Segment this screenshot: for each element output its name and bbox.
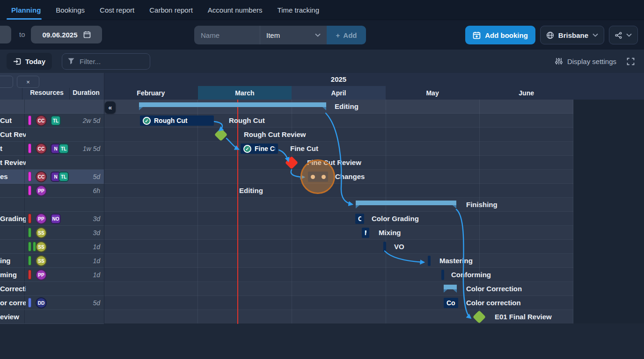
task-bar-rough-cut[interactable]: ✓Rough Cut [140, 115, 214, 126]
gantt-row-9 [104, 226, 573, 240]
avatar-ss[interactable]: SS [36, 255, 47, 266]
resource-avatars: SS [36, 241, 47, 252]
tab-account-numbers[interactable]: Account numbers [200, 0, 270, 20]
row-name: t Review [0, 156, 26, 170]
gantt-row-11 [104, 254, 573, 268]
add-button[interactable]: + Add [327, 26, 366, 44]
start-date-field[interactable] [0, 26, 11, 43]
task-bar-mixing[interactable]: Mixing [362, 228, 369, 238]
item-select[interactable]: Item [260, 26, 327, 44]
summary-bar-finishing[interactable] [356, 201, 456, 208]
resource-color-bars [28, 298, 31, 308]
share-menu-button[interactable] [609, 26, 638, 44]
resource-color-bars [28, 144, 31, 153]
today-calendar-icon [13, 57, 21, 65]
avatar-tl[interactable]: TL [51, 115, 61, 126]
left-row-13[interactable]: Correctio [0, 282, 104, 296]
tab-carbon-report[interactable]: Carbon report [142, 0, 200, 20]
add-booking-button[interactable]: Add booking [465, 26, 535, 44]
month-june[interactable]: June [479, 86, 573, 100]
duration-value: 5d [93, 170, 100, 184]
left-row-8[interactable]: GradingPPNO3d [0, 212, 104, 226]
month-march[interactable]: March [198, 86, 292, 100]
fullscreen-icon[interactable] [627, 57, 635, 65]
left-row-7[interactable] [0, 198, 104, 212]
left-row-0[interactable] [0, 100, 104, 114]
left-row-15[interactable]: eview [0, 310, 104, 324]
left-row-9[interactable]: SS3d [0, 226, 104, 240]
avatar-pp[interactable]: PP [36, 213, 47, 224]
left-row-12[interactable]: mingPP1d [0, 268, 104, 282]
task-bar-mastering[interactable] [428, 256, 431, 266]
column-divider [24, 156, 25, 169]
filter-input[interactable] [79, 57, 132, 66]
filter-input-box[interactable] [62, 53, 150, 70]
avatar-dd[interactable]: DD [36, 297, 47, 309]
left-row-4[interactable]: t Review [0, 156, 104, 170]
name-input[interactable] [194, 26, 260, 44]
resource-color-bar-magenta [28, 144, 31, 153]
gantt-label-editing: Editing [335, 100, 359, 114]
duration-value: 1d [93, 254, 100, 268]
avatar-ss[interactable]: SS [36, 241, 47, 252]
column-divider [24, 198, 25, 211]
duration-value: 1d [93, 240, 100, 254]
month-april[interactable]: April [292, 86, 386, 100]
left-row-6[interactable]: PP6h [0, 184, 104, 198]
month-february[interactable]: February [104, 86, 198, 100]
avatar-tl[interactable]: TL [59, 144, 69, 154]
tab-cost-report[interactable]: Cost report [92, 0, 142, 20]
task-bar-text: Rough Cut [154, 117, 211, 124]
calendar-plus-icon [473, 31, 481, 39]
end-date-value: 09.06.2025 [42, 31, 77, 39]
summary-bar-editing[interactable] [139, 102, 326, 110]
column-divider [22, 88, 22, 100]
gantt-label-rough-cut-review: Rough Cut Review [244, 128, 306, 142]
timeline-year: 2025 [104, 75, 573, 83]
summary-bar-color-correction[interactable] [444, 285, 457, 293]
left-row-1[interactable]: CutCCTL2w 5d [0, 114, 104, 128]
resource-avatars: CCNTL [36, 143, 69, 154]
resource-color-bar-magenta [28, 115, 31, 125]
collapse-panel-button[interactable]: « [105, 101, 116, 114]
tab-bookings[interactable]: Bookings [48, 0, 92, 20]
avatar-ss[interactable]: SS [36, 227, 47, 238]
location-selector[interactable]: Brisbane [540, 26, 604, 44]
avatar-no[interactable]: NO [51, 214, 61, 224]
resource-color-bar-green [28, 228, 31, 237]
end-date-field[interactable]: 09.06.2025 [31, 26, 102, 43]
row-name [0, 198, 26, 212]
avatar-cc[interactable]: CC [36, 171, 47, 182]
today-button[interactable]: Today [7, 53, 52, 70]
check-circle-icon: ✓ [143, 117, 151, 125]
tab-time-tracking[interactable]: Time tracking [270, 0, 327, 20]
avatar-tl[interactable]: TL [59, 172, 69, 182]
summary-bar-fill [356, 201, 456, 205]
avatar-pp[interactable]: PP [36, 269, 47, 280]
gantt-row-3 [104, 142, 573, 156]
task-bar-vo[interactable] [383, 242, 386, 252]
gantt-row-6 [104, 184, 573, 198]
left-row-11[interactable]: ingSS1d [0, 254, 104, 268]
avatar-cc[interactable]: CC [36, 143, 47, 154]
row-name: eview [0, 310, 26, 324]
close-panel-button[interactable]: × [17, 76, 39, 88]
task-bar-color-grading[interactable]: Color Grading [355, 214, 364, 224]
resource-avatars: SS [36, 255, 47, 266]
row-name: Correctio [0, 282, 26, 296]
left-row-5[interactable]: esCCNTL5d [0, 170, 104, 184]
tab-planning[interactable]: Planning [4, 0, 48, 20]
month-may[interactable]: May [386, 86, 480, 100]
task-bar-color-correction[interactable]: Color correction [444, 298, 458, 308]
display-settings-button[interactable]: Display settings [555, 57, 616, 65]
task-bar-conforming[interactable] [441, 270, 444, 280]
panel-tool-chip[interactable] [0, 76, 13, 88]
task-bar-fine-cut[interactable]: ✓Fine Cut [241, 144, 278, 154]
avatar-pp[interactable]: PP [36, 185, 47, 196]
left-row-2[interactable]: Cut Revi [0, 128, 104, 142]
avatar-cc[interactable]: CC [36, 115, 47, 126]
left-row-14[interactable]: or correcDD5d [0, 296, 104, 310]
left-row-3[interactable]: tCCNTL1w 5d [0, 142, 104, 156]
left-row-10[interactable]: SS1d [0, 240, 104, 254]
resource-color-bars [28, 256, 31, 266]
